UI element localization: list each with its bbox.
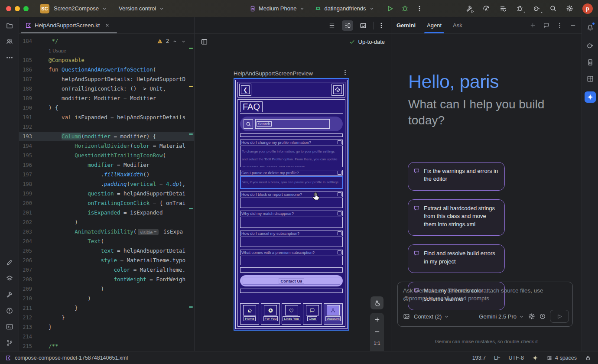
attach-image-icon[interactable] xyxy=(403,313,410,320)
hide-panel-icon[interactable] xyxy=(570,22,576,29)
nav-item-likes-you[interactable]: Likes You xyxy=(282,303,301,325)
profiler-button[interactable] xyxy=(516,5,523,12)
settings-button[interactable] xyxy=(332,84,344,96)
expand-toggle-icon[interactable] xyxy=(338,140,341,144)
suggestion-card[interactable]: Find and resolve build errors in my proj… xyxy=(408,244,505,273)
code-line[interactable]: 202 ) xyxy=(19,218,194,227)
highlight-stripe-mark[interactable] xyxy=(189,306,193,308)
expand-toggle-icon[interactable] xyxy=(338,192,341,196)
faq-answer-box[interactable]: Yes, if you need a break, you can pause … xyxy=(240,176,343,189)
local-history-icon[interactable] xyxy=(499,5,507,13)
highlight-stripe-mark[interactable] xyxy=(189,208,193,209)
device-manager-icon[interactable] xyxy=(586,58,594,66)
history-clock-icon[interactable] xyxy=(539,313,546,320)
code-line[interactable]: 193 Column(modifier = modifier) { xyxy=(19,132,194,141)
code-line[interactable]: 207 color = MaterialTheme. xyxy=(19,265,194,275)
new-chat-icon[interactable] xyxy=(530,22,536,29)
search-bar[interactable]: Search xyxy=(240,117,343,131)
usage-count-hint[interactable]: 1 Usage xyxy=(49,48,66,53)
gemini-prompt-input[interactable]: Ask Gemini, use @filename to attach sour… xyxy=(397,282,573,327)
code-line[interactable]: 195 QuestionWithTrailingIconRow( xyxy=(19,151,194,160)
context-dropdown[interactable]: Context (2) xyxy=(414,313,449,320)
code-line[interactable]: 215/** xyxy=(19,341,194,351)
code-line[interactable]: 200 onTrailingIconClick = { onTrai xyxy=(19,198,194,208)
code-line[interactable]: 204 Text( xyxy=(19,237,194,246)
unlocked-icon[interactable] xyxy=(585,355,591,361)
chat-history-icon[interactable] xyxy=(543,22,549,29)
faq-answer-box[interactable] xyxy=(240,198,343,208)
version-control-tool-icon[interactable] xyxy=(6,339,13,347)
build-button[interactable] xyxy=(465,5,473,13)
search-input[interactable]: Search xyxy=(255,119,330,129)
code-line[interactable]: 203 AnimatedVisibility(visible = isExpa xyxy=(19,227,194,237)
build-tool-icon[interactable] xyxy=(6,291,13,299)
layout-inspector-icon[interactable] xyxy=(586,75,594,83)
faq-answer-box[interactable] xyxy=(240,256,343,265)
split-view-button[interactable] xyxy=(342,20,353,31)
more-tool-windows-icon[interactable] xyxy=(6,54,13,62)
zoom-in-button[interactable] xyxy=(374,316,380,323)
usage-inlay-row[interactable]: 1 Usage xyxy=(19,46,194,55)
line-separator[interactable]: LF xyxy=(494,355,500,361)
close-tab-icon[interactable] xyxy=(104,23,110,28)
search-everywhere-icon[interactable] xyxy=(549,5,557,12)
code-line[interactable]: 185@Composable xyxy=(19,55,194,65)
suggestion-card[interactable]: Extract all hardcoded strings from this … xyxy=(408,199,505,236)
minimize-window-button[interactable] xyxy=(15,6,20,11)
warning-stripe-mark[interactable] xyxy=(189,86,193,87)
faq-answer-box[interactable] xyxy=(240,237,343,247)
code-line[interactable]: 201 isExpanded = isExpanded xyxy=(19,208,194,218)
preview-name-label[interactable]: HelpAndSupportScreenPreview xyxy=(234,70,313,77)
code-line[interactable]: 213} xyxy=(19,322,194,332)
code-line[interactable]: 198 .padding(vertical = 4.dp), xyxy=(19,179,194,189)
code-line[interactable]: 194 HorizontalDivider(color = Material xyxy=(19,141,194,151)
more-actions-icon[interactable] xyxy=(416,5,423,12)
code-editor[interactable]: 184 */1 Usage185@Composable186fun Questi… xyxy=(19,34,194,351)
model-dropdown[interactable]: Gemini 2.5 Pro xyxy=(479,313,524,320)
code-line[interactable]: 205 text = helpAndSupportDetai xyxy=(19,246,194,256)
code-line[interactable]: 206 style = MaterialTheme.typo xyxy=(19,256,194,265)
settings-gear-icon[interactable] xyxy=(566,5,573,12)
ai-sparkle-icon[interactable] xyxy=(532,355,538,361)
version-control-menu[interactable]: Version control xyxy=(119,5,165,12)
gradle-tool-icon[interactable] xyxy=(586,42,594,50)
contact-us-button[interactable]: Contact Us xyxy=(240,275,343,286)
code-line[interactable]: 192 xyxy=(19,122,194,132)
problems-tool-icon[interactable] xyxy=(6,307,13,315)
caret-position[interactable]: 193:7 xyxy=(472,355,486,361)
editor-tab[interactable]: HelpAndSupportScreen.kt xyxy=(19,17,115,33)
code-line[interactable]: 210 ) xyxy=(19,294,194,303)
code-line[interactable]: 190) { xyxy=(19,103,194,113)
ai-code-review-icon[interactable] xyxy=(482,5,490,13)
highlight-stripe-mark[interactable] xyxy=(189,133,193,135)
run-configuration-selector[interactable]: datingandfriends xyxy=(315,5,374,12)
expand-toggle-icon[interactable] xyxy=(338,211,341,215)
gemini-tool-button[interactable] xyxy=(585,91,596,103)
faq-question-row[interactable]: Can I pause or delete my profile? xyxy=(240,170,343,176)
zoom-window-button[interactable] xyxy=(23,6,29,11)
code-line[interactable]: 189 modifier: Modifier = Modifier xyxy=(19,94,194,103)
code-line[interactable]: 209 ) xyxy=(19,284,194,294)
gradle-sync-button[interactable] xyxy=(533,5,540,13)
gemini-settings-icon[interactable] xyxy=(528,313,535,320)
code-line[interactable]: 214 xyxy=(19,332,194,341)
notifications-button[interactable] xyxy=(585,22,596,33)
expand-toggle-icon[interactable] xyxy=(338,171,341,175)
prev-warning-icon[interactable] xyxy=(172,39,178,44)
nav-item-home[interactable]: Home xyxy=(240,303,259,325)
status-file[interactable]: compose-compose-model-1758748140651.xml xyxy=(5,355,128,361)
project-tool-icon[interactable] xyxy=(6,22,13,29)
debug-button[interactable] xyxy=(401,5,409,12)
code-line[interactable]: 197 .fillMaxWidth() xyxy=(19,170,194,179)
expand-toggle-icon[interactable] xyxy=(338,231,341,235)
preview-item-menu-icon[interactable] xyxy=(342,69,348,76)
faq-question-row[interactable]: How do I cancel my subscription? xyxy=(240,231,343,236)
code-view-button[interactable] xyxy=(326,20,338,31)
tab-ask[interactable]: Ask xyxy=(453,17,462,33)
run-button[interactable] xyxy=(386,5,394,13)
code-line[interactable]: 188 onTrailingIconClick: () -> Unit, xyxy=(19,84,194,94)
faq-question-row[interactable]: How do I change my profile information? xyxy=(240,140,343,145)
zoom-out-button[interactable] xyxy=(374,328,380,335)
expand-toggle-icon[interactable] xyxy=(338,250,341,254)
code-line[interactable]: 187 helpAndSupportDetails: HelpAndSuppor… xyxy=(19,75,194,84)
